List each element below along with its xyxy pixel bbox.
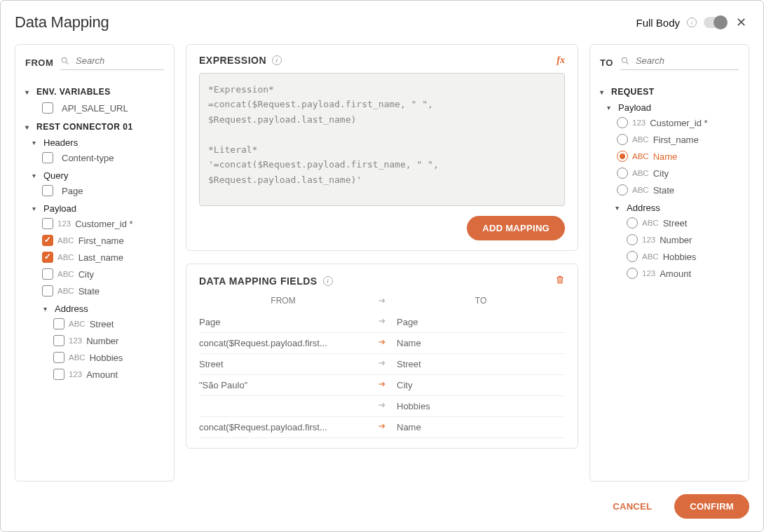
tree-item[interactable]: 123 Customer_id * — [617, 116, 739, 130]
dialog-footer: CANCEL CONFIRM — [15, 494, 749, 519]
section-label: REST CONNECTOR 01 — [36, 122, 133, 132]
type-tag: ABC — [642, 252, 659, 261]
tree-item[interactable]: 123 Customer_id * — [42, 217, 164, 231]
tree-item[interactable]: Page — [42, 184, 164, 198]
tree-item[interactable]: API_SALE_URL — [42, 101, 164, 115]
tree-section[interactable]: ▾REQUEST — [600, 87, 739, 97]
radio[interactable] — [617, 117, 628, 128]
section-label: ENV. VARIABLES — [36, 87, 111, 97]
tree-group[interactable]: ▾Headers — [32, 137, 164, 148]
tree-group[interactable]: ▾Query — [32, 170, 164, 181]
chevron-down-icon: ▾ — [32, 172, 39, 179]
checkbox[interactable] — [53, 369, 64, 380]
from-search-input[interactable] — [74, 55, 164, 67]
group-label: Address — [55, 303, 88, 314]
dialog-title: Data Mapping — [15, 13, 109, 32]
checkbox[interactable] — [53, 352, 64, 363]
expression-title: EXPRESSION i — [199, 55, 282, 66]
tree-item[interactable]: ABC Last_name — [42, 250, 164, 264]
checkbox[interactable] — [42, 218, 53, 229]
fullbody-toggle[interactable] — [704, 17, 726, 28]
from-tree[interactable]: ▾ENV. VARIABLESAPI_SALE_URL▾REST CONNECT… — [15, 77, 174, 481]
mapping-fields-title: DATA MAPPING FIELDS i — [199, 275, 333, 287]
tree-item[interactable]: Content-type — [42, 151, 164, 165]
fullbody-label: Full Body — [636, 17, 680, 29]
tree-item[interactable]: 123 Number — [53, 334, 164, 348]
tree-item[interactable]: ABC Hobbies — [627, 250, 739, 264]
item-label: Number — [660, 235, 692, 245]
info-icon[interactable]: i — [687, 18, 697, 27]
checkbox[interactable] — [42, 102, 53, 114]
tree-group[interactable]: ▾Payload — [607, 102, 739, 113]
item-label: State — [79, 286, 100, 296]
mapping-from: "São Paulo" — [199, 380, 371, 390]
to-search-input[interactable] — [634, 55, 739, 67]
radio[interactable] — [627, 217, 638, 229]
expression-input[interactable]: *Expression* =concat($Request.payload.fi… — [199, 73, 565, 206]
radio[interactable] — [617, 184, 628, 196]
trash-icon[interactable] — [555, 274, 565, 287]
mapping-row[interactable]: concat($Request.payload.first... Name — [199, 417, 565, 438]
tree-group[interactable]: ▾Address — [43, 303, 164, 314]
checkbox[interactable] — [42, 285, 53, 296]
item-label: Name — [653, 151, 678, 162]
checkbox[interactable] — [42, 235, 53, 246]
tree-section[interactable]: ▾REST CONNECTOR 01 — [25, 122, 164, 132]
tree-item[interactable]: ABC State — [617, 183, 739, 197]
from-search[interactable] — [60, 55, 164, 70]
mapping-row[interactable]: Page Page — [199, 312, 565, 333]
tree-group[interactable]: ▾Address — [615, 203, 739, 213]
cancel-button[interactable]: CANCEL — [597, 494, 667, 519]
checkbox[interactable] — [53, 335, 64, 346]
radio[interactable] — [617, 151, 628, 162]
mapping-fields-panel: DATA MAPPING FIELDS i FROM TO — [186, 264, 578, 449]
tree-section[interactable]: ▾ENV. VARIABLES — [25, 87, 164, 97]
info-icon[interactable]: i — [323, 276, 333, 286]
item-label: Number — [86, 336, 118, 346]
mapping-to: Page — [393, 317, 565, 327]
mapping-row[interactable]: "São Paulo" City — [199, 375, 565, 396]
arrow-icon — [371, 421, 393, 433]
chevron-down-icon: ▾ — [32, 205, 39, 212]
chevron-down-icon: ▾ — [607, 104, 614, 111]
tree-item[interactable]: 123 Amount — [53, 367, 164, 381]
item-label: State — [653, 185, 674, 196]
tree-item[interactable]: 123 Number — [627, 233, 739, 247]
mapping-row[interactable]: Hobbies — [199, 396, 565, 417]
radio[interactable] — [617, 168, 628, 179]
radio[interactable] — [617, 134, 628, 145]
tree-item[interactable]: ABC Street — [627, 216, 739, 230]
add-mapping-button[interactable]: ADD MAPPING — [467, 216, 565, 240]
type-tag: ABC — [632, 169, 649, 177]
tree-item[interactable]: ABC Hobbies — [53, 350, 164, 364]
radio[interactable] — [627, 268, 638, 279]
radio[interactable] — [627, 234, 638, 245]
tree-item[interactable]: ABC Name — [617, 149, 739, 163]
type-tag: 123 — [69, 336, 82, 345]
tree-item[interactable]: 123 Amount — [627, 266, 739, 280]
to-search[interactable] — [620, 55, 739, 70]
tree-item[interactable]: ABC First_name — [617, 132, 739, 146]
to-tree[interactable]: ▾REQUEST▾Payload123 Customer_id *ABC Fir… — [590, 77, 749, 481]
type-tag: 123 — [642, 269, 655, 278]
checkbox[interactable] — [42, 252, 53, 263]
tree-item[interactable]: ABC State — [42, 284, 164, 298]
fx-icon[interactable]: fx — [557, 55, 565, 66]
checkbox[interactable] — [42, 185, 53, 196]
info-icon[interactable]: i — [272, 55, 282, 65]
tree-item[interactable]: ABC First_name — [42, 233, 164, 247]
mapping-row[interactable]: Street Street — [199, 354, 565, 375]
checkbox[interactable] — [42, 152, 53, 163]
tree-item[interactable]: ABC City — [617, 166, 739, 180]
confirm-button[interactable]: CONFIRM — [674, 494, 749, 519]
group-label: Address — [627, 203, 660, 213]
checkbox[interactable] — [53, 318, 64, 329]
tree-group[interactable]: ▾Payload — [32, 203, 164, 214]
tree-item[interactable]: ABC Street — [53, 317, 164, 331]
radio[interactable] — [627, 251, 638, 262]
close-icon[interactable]: ✕ — [733, 15, 749, 30]
type-tag: 123 — [57, 219, 71, 228]
mapping-row[interactable]: concat($Request.payload.first... Name — [199, 333, 565, 354]
tree-item[interactable]: ABC City — [42, 267, 164, 281]
checkbox[interactable] — [42, 268, 53, 280]
